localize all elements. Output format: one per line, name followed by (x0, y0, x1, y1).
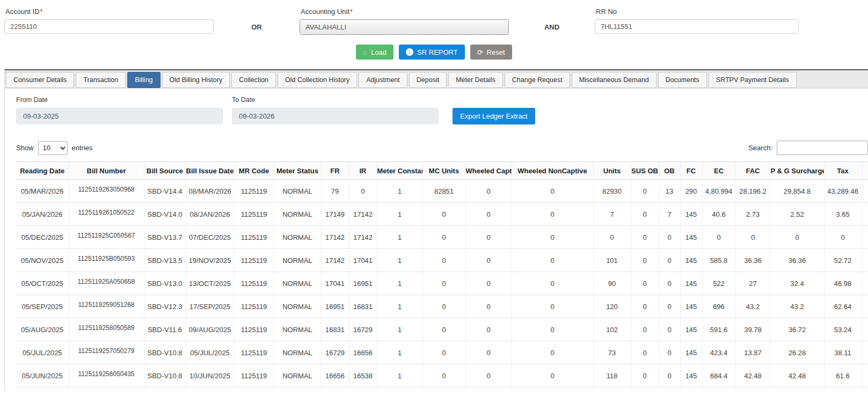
cell-tax: 62.64 (824, 295, 862, 318)
cell-wheeled-captive: 0 (465, 180, 512, 203)
tab-old-collection-history[interactable]: Old Collection History (278, 72, 357, 88)
table-row: 05/JAN/20261125119261050522SBD-V14.008/J… (16, 203, 868, 226)
tab-transaction[interactable]: Transaction (76, 72, 126, 88)
cell-reading-date: 05/MAR/2026 (16, 180, 69, 203)
column-header-fc[interactable]: FC (680, 162, 702, 180)
cell-ob: 13 (659, 180, 680, 203)
column-header-meter-status[interactable]: Meter Status (274, 162, 321, 180)
spinner-icon: ◌ (363, 49, 367, 56)
cell-mr-code: 1125119 (234, 180, 274, 203)
column-header-ob[interactable]: OB (659, 162, 680, 180)
cell-interest (862, 180, 868, 203)
cell-ob: 0 (659, 272, 680, 295)
cell-ec: 522 (702, 272, 735, 295)
cell-ob: 0 (659, 295, 680, 318)
cell-reading-date: 05/DEC/2025 (16, 226, 69, 249)
column-header-reading-date[interactable]: Reading Date (16, 162, 69, 180)
cell-units: 118 (593, 364, 631, 387)
to-date-input[interactable] (232, 108, 439, 124)
cell-bill-issue-date: 13/OCT/2025 (186, 272, 234, 295)
cell-meter-constant: 1 (377, 226, 422, 249)
column-header-p-g-surcharge[interactable]: P & G Surcharge (770, 162, 824, 180)
column-header-tax[interactable]: Tax (824, 162, 862, 180)
cell-wheeled-noncaptive: 0 (512, 226, 593, 249)
column-header-bill-number[interactable]: Bill Number (69, 162, 144, 180)
column-header-ec[interactable]: EC (702, 162, 735, 180)
rr-no-label-text: RR No (596, 8, 617, 16)
tab-consumer-details[interactable]: Consumer Details (6, 72, 74, 88)
sr-report-button[interactable]: ↓ SR REPORT (399, 45, 465, 60)
column-header-fr[interactable]: FR (321, 162, 349, 180)
column-header-units[interactable]: Units (593, 162, 631, 180)
cell-bill-source: SBD-V14.4 (144, 180, 186, 203)
accounting-unit-input[interactable] (300, 19, 509, 35)
cell-bill-source: SBD-V14.0 (144, 203, 186, 226)
tab-change-request[interactable]: Change Request (505, 72, 570, 88)
cell-reading-date: 05/AUG/2025 (16, 318, 69, 341)
tab-billing[interactable]: Billing (127, 72, 160, 88)
column-header-bill-source[interactable]: Bill Source (144, 162, 186, 180)
page-size-select[interactable]: 10 (38, 141, 68, 155)
rr-no-input[interactable] (595, 19, 799, 34)
load-button[interactable]: ◌ Load (356, 45, 393, 60)
tab-adjustment[interactable]: Adjustment (359, 72, 407, 88)
cell-fac: 28,196.2 (735, 180, 770, 203)
cell-fr: 16951 (321, 295, 349, 318)
cell-bill-issue-date: 08/JAN/2026 (186, 203, 234, 226)
cell-units: 7 (593, 203, 631, 226)
tab-deposit[interactable]: Deposit (409, 72, 447, 88)
cell-wheeled-captive: 0 (465, 249, 512, 272)
cell-meter-constant: 1 (377, 295, 422, 318)
cell-bill-number: 112511925B050593 (69, 249, 144, 272)
from-date-input[interactable] (16, 108, 223, 124)
search-input[interactable] (777, 141, 868, 155)
details-panel: Consumer DetailsTransactionBillingOld Bi… (4, 69, 868, 391)
from-date-label: From Date (16, 96, 223, 104)
cell-sus-ob: 0 (631, 203, 659, 226)
cell-fr: 17149 (321, 203, 349, 226)
date-filter-row: From Date To Date Export Ledger Extract (16, 96, 868, 124)
tab-miscellaneous-demand[interactable]: Miscellaneous Demand (572, 72, 657, 88)
column-header-interest[interactable]: Interest (862, 162, 868, 180)
cell-bill-issue-date: 17/SEP/2025 (186, 295, 234, 318)
cell-bill-issue-date: 19/NOV/2025 (186, 249, 234, 272)
cell-interest (862, 318, 868, 341)
cell-bill-number: 1125119257050279 (69, 341, 144, 364)
export-ledger-extract-button[interactable]: Export Ledger Extract (453, 108, 535, 124)
tab-srtpv-payment-details[interactable]: SRTPV Payment Details (709, 72, 797, 88)
tab-meter-details[interactable]: Meter Details (448, 72, 503, 88)
account-id-field-group: Account ID* (4, 6, 214, 35)
cell-bill-source: SBD-V11.6 (144, 318, 186, 341)
tab-collection[interactable]: Collection (231, 72, 276, 88)
column-header-mr-code[interactable]: MR Code (234, 162, 274, 180)
cell-mr-code: 1125119 (234, 364, 274, 387)
cell-tax: 61.6 (824, 364, 862, 387)
tab-documents[interactable]: Documents (658, 72, 707, 88)
cell-bill-number: 112511925C050567 (69, 226, 144, 249)
cell-p-g-surcharge: 2.52 (770, 203, 824, 226)
cell-ec: 40.6 (702, 203, 735, 226)
column-header-sus-ob[interactable]: SUS OB (631, 162, 659, 180)
cell-meter-constant: 1 (377, 341, 422, 364)
column-header-bill-issue-date[interactable]: Bill Issue Date (186, 162, 234, 180)
column-header-wheeled-noncaptive[interactable]: Wheeled NonCaptive (512, 162, 593, 180)
tab-old-billing-history[interactable]: Old Billing History (162, 72, 230, 88)
column-header-wheeled-captive[interactable]: Wheeled Captive (465, 162, 512, 180)
cell-reading-date: 05/JUL/2025 (16, 341, 69, 364)
cell-bill-source: SBD-V13.5 (144, 249, 186, 272)
column-header-fac[interactable]: FAC (735, 162, 770, 180)
cell-bill-source: SBD-V10.8 (144, 364, 186, 387)
cell-wheeled-captive: 0 (465, 226, 512, 249)
cell-tax: 3.65 (824, 203, 862, 226)
cell-interest (862, 249, 868, 272)
column-header-meter-constant[interactable]: Meter Constant (377, 162, 422, 180)
account-id-input[interactable] (4, 19, 214, 34)
cell-fac: 13.87 (735, 341, 770, 364)
column-header-ir[interactable]: IR (349, 162, 377, 180)
cell-p-g-surcharge: 36.72 (770, 318, 824, 341)
cell-bill-issue-date: 07/DEC/2025 (186, 226, 234, 249)
column-header-mc-units[interactable]: MC Units (422, 162, 465, 180)
cell-bill-number: 1125119256050435 (69, 364, 144, 387)
reset-button[interactable]: ⟳ Reset (470, 45, 512, 60)
cell-fac: 42.48 (735, 364, 770, 387)
